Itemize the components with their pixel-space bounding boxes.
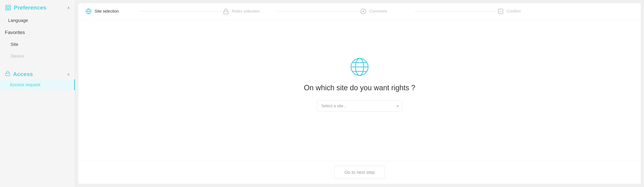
step-confirm-label: Confirm xyxy=(507,9,521,13)
sidebar-item-favorites[interactable]: Favorites xyxy=(5,26,70,38)
site-select-container: Select a site... ∨ xyxy=(317,100,402,112)
sidebar-item-language[interactable]: Language xyxy=(5,14,70,26)
access-title: Access xyxy=(13,71,33,77)
access-items: Access request xyxy=(0,79,75,93)
svg-rect-7 xyxy=(224,11,228,14)
preferences-section: Preferences ∧ Language Favorites Site De… xyxy=(0,0,75,65)
preferences-items: Language Favorites Site Device xyxy=(0,14,75,65)
preferences-title: Preferences xyxy=(14,4,46,11)
content-footer: Go to next step xyxy=(78,161,641,184)
step-site-selection-label: Site selection xyxy=(95,9,119,13)
wizard-step-comment: Comment xyxy=(360,8,497,15)
sidebar: Preferences ∧ Language Favorites Site De… xyxy=(0,0,75,187)
next-step-button[interactable]: Go to next step xyxy=(334,166,384,179)
wizard-step-confirm: Confirm xyxy=(497,8,634,15)
main-content: Site selection Roles selection xyxy=(75,0,644,187)
wizard-step-site-selection: Site selection xyxy=(85,8,222,15)
comment-step-icon xyxy=(360,8,367,15)
step-roles-selection-label: Roles selection xyxy=(232,9,260,13)
wizard-header: Site selection Roles selection xyxy=(78,3,641,19)
svg-rect-4 xyxy=(6,73,10,76)
access-chevron-icon: ∧ xyxy=(67,72,70,77)
content-body: On which site do you want rights ? Selec… xyxy=(78,19,641,161)
sidebar-item-access-request[interactable]: Access request xyxy=(0,79,75,90)
site-globe-icon xyxy=(350,57,370,77)
lock-icon xyxy=(5,71,10,78)
main-question: On which site do you want rights ? xyxy=(304,84,415,92)
preferences-header[interactable]: Preferences ∧ xyxy=(0,0,75,14)
content-card: Site selection Roles selection xyxy=(78,3,641,184)
access-section: Access ∧ Access request xyxy=(0,67,75,93)
globe-icon xyxy=(85,8,92,15)
svg-rect-2 xyxy=(9,5,10,7)
site-select-dropdown[interactable]: Select a site... xyxy=(317,100,402,112)
access-header[interactable]: Access ∧ xyxy=(0,67,75,79)
wizard-step-roles-selection: Roles selection xyxy=(222,8,360,15)
preferences-icon xyxy=(5,4,12,11)
sidebar-item-device: Device xyxy=(5,50,70,62)
lock-step-icon xyxy=(222,8,230,15)
access-header-left: Access xyxy=(5,71,33,78)
confirm-step-icon xyxy=(497,8,504,15)
svg-rect-1 xyxy=(6,8,8,10)
preferences-chevron-icon: ∧ xyxy=(67,5,70,10)
step-comment-label: Comment xyxy=(369,9,387,13)
sidebar-item-site[interactable]: Site xyxy=(5,38,70,50)
svg-rect-3 xyxy=(9,8,10,10)
svg-rect-0 xyxy=(6,5,8,7)
preferences-header-left: Preferences xyxy=(5,4,46,11)
